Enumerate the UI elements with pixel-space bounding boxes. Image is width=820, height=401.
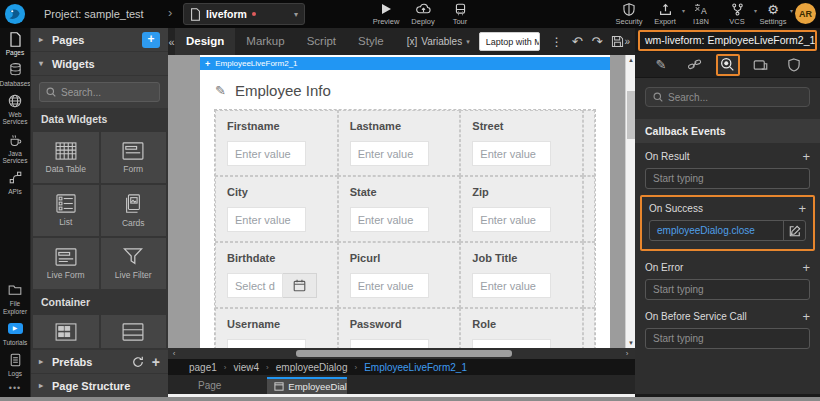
rail-item-tutorials[interactable]: ▶ Tutorials xyxy=(0,321,30,346)
rail-item-file-explorer[interactable]: File Explorer xyxy=(0,282,30,314)
settings-button[interactable]: ⚙ ▾ Settings xyxy=(759,2,787,26)
rail-item-databases[interactable]: Databases xyxy=(0,62,30,87)
breadcrumb-employeeliveform[interactable]: EmployeeLiveForm2_1 xyxy=(364,362,467,373)
redo-button[interactable]: ↷ xyxy=(592,35,603,48)
export-button[interactable]: ▾ Export xyxy=(651,2,679,26)
tab-script[interactable]: Script xyxy=(296,28,347,55)
street-input[interactable] xyxy=(472,141,551,166)
add-on-result-button[interactable]: + xyxy=(802,150,810,163)
tab-events[interactable] xyxy=(716,54,740,76)
role-input[interactable] xyxy=(472,339,551,348)
user-avatar[interactable]: AR xyxy=(795,3,816,24)
widget-tile-data-table[interactable]: Data Table xyxy=(33,132,99,183)
tab-security[interactable] xyxy=(782,54,806,76)
widget-search[interactable] xyxy=(39,82,160,102)
collapse-left-panel-button[interactable]: « xyxy=(168,36,175,48)
widget-tile-grid-layout[interactable] xyxy=(33,315,99,348)
widget-tile-cards[interactable]: Cards xyxy=(101,185,167,236)
pages-section-header[interactable]: ▸ Pages + xyxy=(31,28,168,52)
employee-dialog-tab[interactable]: EmployeeDial... xyxy=(267,377,347,394)
deploy-button[interactable]: Deploy xyxy=(409,2,437,26)
state-input[interactable] xyxy=(350,207,429,232)
i18n-button[interactable]: A I18N xyxy=(687,2,715,26)
breadcrumb-view4[interactable]: view4 xyxy=(233,362,259,373)
add-prefab-button[interactable]: + xyxy=(152,354,160,370)
properties-search[interactable] xyxy=(645,87,810,107)
variables-button[interactable]: [x] Variables ▾ xyxy=(407,36,470,47)
canvas-vertical-scrollbar[interactable]: ▲ ▼ xyxy=(625,55,635,348)
breadcrumb-employeedialog[interactable]: employeeDialog xyxy=(276,362,348,373)
prefabs-section-header[interactable]: ▸ Prefabs + xyxy=(31,350,168,374)
selected-widget-bar[interactable]: + EmployeeLiveForm2_1 xyxy=(200,57,610,70)
scroll-left-button[interactable]: ‹ xyxy=(168,349,180,358)
widget-search-input[interactable] xyxy=(61,87,151,98)
form-field-firstname: Firstname xyxy=(215,110,338,176)
undo-button[interactable]: ↶ xyxy=(572,35,583,48)
widget-tile-form[interactable]: Form xyxy=(101,132,167,183)
vcs-button[interactable]: ▾ VCS xyxy=(723,2,751,26)
on-error-input[interactable] xyxy=(645,279,810,300)
security-button[interactable]: Security xyxy=(615,2,643,26)
lastname-input[interactable] xyxy=(350,141,429,166)
on-before-service-call-input[interactable] xyxy=(645,328,810,349)
tab-markup[interactable]: Markup xyxy=(235,28,295,55)
tab-style[interactable]: Style xyxy=(347,28,395,55)
birthdate-input[interactable] xyxy=(227,273,283,298)
add-on-success-button[interactable]: + xyxy=(798,202,806,215)
rail-item-web-services[interactable]: Web Services xyxy=(0,93,30,125)
form-title-row: ✎ Employee Info xyxy=(200,70,610,109)
wavemaker-logo-icon[interactable] xyxy=(4,3,26,25)
jobtitle-input[interactable] xyxy=(472,273,551,298)
preview-button[interactable]: Preview xyxy=(372,2,400,26)
search-icon xyxy=(46,87,56,97)
device-selector[interactable]: Laptop with MDPI Screen ▾ xyxy=(479,32,540,51)
widgets-section-header[interactable]: ▾ Widgets xyxy=(31,52,168,76)
scroll-right-button[interactable]: › xyxy=(621,349,633,358)
page-structure-section-header[interactable]: ▸ Page Structure xyxy=(31,374,168,398)
tab-properties[interactable]: ✎ xyxy=(649,54,673,76)
page-sheet: + EmployeeLiveForm2_1 ✎ Employee Info Fi… xyxy=(200,55,610,348)
vertical-scroll-thumb[interactable] xyxy=(627,91,635,139)
username-input[interactable] xyxy=(227,339,306,348)
rail-item-pages[interactable]: Pages xyxy=(0,31,30,56)
properties-search-input[interactable] xyxy=(668,92,788,103)
rail-item-logs[interactable]: Logs xyxy=(0,352,30,377)
password-input[interactable] xyxy=(350,339,429,348)
widget-tile-live-form[interactable]: Live Form xyxy=(33,238,99,289)
add-page-button[interactable]: + xyxy=(142,32,160,48)
breadcrumb-page1[interactable]: page1 xyxy=(189,362,217,373)
picurl-input[interactable] xyxy=(350,273,429,298)
edit-script-button[interactable] xyxy=(783,221,805,240)
on-success-value-link[interactable]: employeeDialog.close xyxy=(657,225,783,236)
page-selector-dropdown[interactable]: liveform ▾ xyxy=(183,3,305,25)
more-options-button[interactable]: ⋮ xyxy=(551,35,563,49)
expand-right-panel-button[interactable]: » xyxy=(624,36,630,47)
tab-styles[interactable] xyxy=(682,54,706,76)
calendar-button[interactable] xyxy=(283,273,317,298)
canvas-horizontal-scrollbar[interactable]: ‹ › xyxy=(168,348,635,359)
tab-device[interactable] xyxy=(749,54,773,76)
add-on-before-service-call-button[interactable]: + xyxy=(802,310,810,323)
properties-tab-bar: ✎ xyxy=(635,52,820,78)
breadcrumb-separator: › xyxy=(266,363,269,372)
tour-button[interactable]: Tour xyxy=(446,2,474,26)
tab-design[interactable]: Design xyxy=(175,28,235,55)
widget-tile-layout-rows[interactable] xyxy=(101,315,167,348)
refresh-icon[interactable] xyxy=(132,356,144,368)
rail-item-apis[interactable]: APIs xyxy=(0,170,30,195)
rail-more-button[interactable]: ••• xyxy=(9,383,21,393)
funnel-icon xyxy=(123,247,143,266)
widget-tile-live-filter[interactable]: Live Filter xyxy=(101,238,167,289)
editor-center: « Design Markup Script Style [x] Variabl… xyxy=(168,28,635,401)
on-result-input[interactable] xyxy=(645,168,810,189)
city-input[interactable] xyxy=(227,207,306,232)
zip-input[interactable] xyxy=(472,207,551,232)
horizontal-scroll-thumb[interactable] xyxy=(296,350,512,357)
add-on-error-button[interactable]: + xyxy=(802,261,810,274)
event-on-error: On Error + xyxy=(635,254,820,303)
cards-icon xyxy=(123,194,143,214)
widget-tile-list[interactable]: List xyxy=(33,185,99,236)
save-button[interactable] xyxy=(611,35,624,48)
firstname-input[interactable] xyxy=(227,141,306,166)
rail-item-java-services[interactable]: Java Services xyxy=(0,132,30,164)
